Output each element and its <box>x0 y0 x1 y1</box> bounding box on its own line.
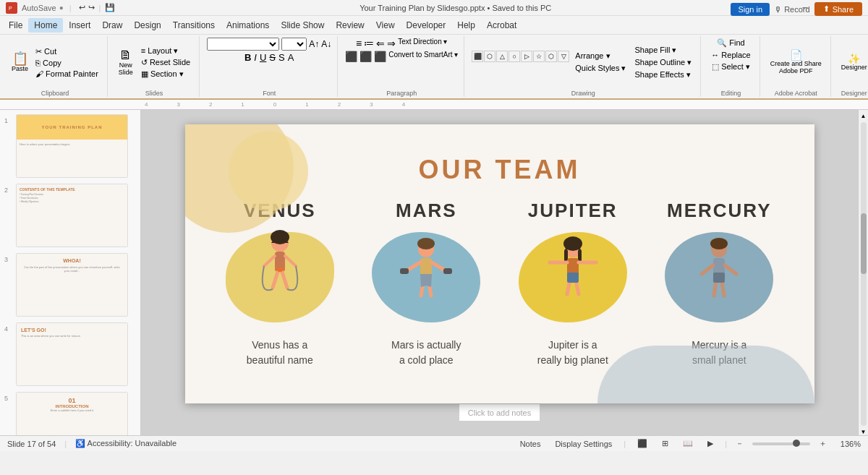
layout-button[interactable]: ≡ Layout ▾ <box>138 46 193 56</box>
select-button[interactable]: ⬚ Select ▾ <box>709 61 753 72</box>
format-painter-button[interactable]: 🖌 Format Painter <box>33 69 101 79</box>
slide-thumb-2[interactable]: 2 CONTENTS OF THIS TEMPLATE • Training P… <box>3 182 137 249</box>
vertical-scrollbar[interactable]: ▲ ▼ <box>858 110 868 435</box>
scroll-up-arrow[interactable]: ▲ <box>861 113 867 119</box>
normal-view-btn[interactable]: ⬛ <box>634 438 650 449</box>
svg-line-5 <box>264 256 275 266</box>
signin-button[interactable]: Sign in <box>731 3 770 16</box>
center-align-button[interactable]: ⬛ <box>359 51 372 62</box>
jupiter-figure <box>544 236 602 323</box>
save-btn[interactable]: 💾 <box>103 1 116 14</box>
arrange-button[interactable]: Arrange ▾ <box>572 51 629 61</box>
font-color-button[interactable]: A <box>288 52 294 63</box>
statusbar: Slide 17 of 54 | ♿ Accessibility: Unavai… <box>0 435 868 451</box>
redo-btn[interactable]: ↪ <box>87 1 96 14</box>
display-settings-btn[interactable]: Display Settings <box>552 439 615 449</box>
menu-insert[interactable]: Insert <box>63 18 96 33</box>
shape-effects-button[interactable]: Shape Effects ▾ <box>632 69 695 80</box>
find-button[interactable]: 🔍 Find <box>714 38 747 48</box>
shape-1[interactable]: ⬛ <box>472 51 483 62</box>
slide-thumb-5[interactable]: 5 01 INTRODUCTION Enter a subtitle here … <box>3 390 137 435</box>
section-button[interactable]: ▦ Section ▾ <box>138 69 193 80</box>
slide-sorter-btn[interactable]: ⊞ <box>659 438 671 449</box>
shape-5[interactable]: ▷ <box>521 51 532 62</box>
svg-rect-15 <box>443 268 452 274</box>
mars-figure <box>397 236 455 323</box>
menu-draw[interactable]: Draw <box>96 18 128 33</box>
paste-button[interactable]: 📋 Paste <box>9 51 31 74</box>
notes-btn[interactable]: Notes <box>517 439 544 449</box>
notes-area[interactable]: Click to add notes <box>459 403 540 421</box>
app-icon: P <box>6 2 17 14</box>
shape-2[interactable]: ⬡ <box>484 51 495 62</box>
slides-group: 🗎 NewSlide ≡ Layout ▾ ↺ Reset Slide ▦ Se… <box>109 36 200 97</box>
align-right-button[interactable]: ⬛ <box>374 51 386 62</box>
shape-outline-button[interactable]: Shape Outline ▾ <box>632 57 695 68</box>
menu-review[interactable]: Review <box>330 18 370 33</box>
svg-point-3 <box>271 230 289 244</box>
mars-avatar <box>397 236 455 326</box>
font-size-select[interactable] <box>281 38 307 51</box>
zoom-slider[interactable] <box>752 442 810 445</box>
cut-button[interactable]: ✂ Cut <box>33 46 101 57</box>
copy-button[interactable]: ⎘ Copy <box>33 58 101 68</box>
font-family-select[interactable] <box>207 38 279 51</box>
shape-7[interactable]: ⬡ <box>545 51 557 62</box>
align-left-button[interactable]: ⬛ <box>345 51 357 62</box>
editing-label: Editing <box>721 88 741 97</box>
increase-indent-button[interactable]: ⇒ <box>387 38 396 49</box>
menu-help[interactable]: Help <box>451 18 481 33</box>
menu-slideshow[interactable]: Slide Show <box>275 18 330 33</box>
create-share-pdf-button[interactable]: 📄 Create and ShareAdobe PDF <box>767 48 825 76</box>
bold-button[interactable]: B <box>244 52 251 63</box>
reading-view-btn[interactable]: 📖 <box>680 438 696 449</box>
font-shrink-button[interactable]: A↓ <box>321 39 331 49</box>
zoom-out-btn[interactable]: － <box>736 438 744 449</box>
zoom-thumb[interactable] <box>793 440 800 447</box>
undo-btn[interactable]: ↩ <box>77 1 87 14</box>
zoom-in-btn[interactable]: ＋ <box>819 438 827 449</box>
slideshow-btn[interactable]: ▶ <box>705 438 716 449</box>
scroll-thumb[interactable] <box>861 213 867 274</box>
autosave-toggle[interactable]: ● <box>59 4 64 12</box>
designer-button[interactable]: ✨ Designer <box>838 52 868 72</box>
replace-button[interactable]: ↔ Replace <box>708 50 753 60</box>
decrease-indent-button[interactable]: ⇐ <box>376 38 385 49</box>
shape-3[interactable]: △ <box>496 51 508 62</box>
convert-smartart-button[interactable]: Convert to SmartArt ▾ <box>388 51 458 62</box>
font-grow-button[interactable]: A↑ <box>309 39 319 49</box>
menu-transitions[interactable]: Transitions <box>167 18 221 33</box>
adobe-acrobat-group: 📄 Create and ShareAdobe PDF Adobe Acroba… <box>762 36 831 97</box>
menu-view[interactable]: View <box>370 18 401 33</box>
menu-developer[interactable]: Developer <box>401 18 452 33</box>
shadow-button[interactable]: S <box>278 52 285 63</box>
menu-acrobat[interactable]: Acrobat <box>481 18 522 33</box>
menu-home[interactable]: Home <box>28 18 63 33</box>
numbered-list-button[interactable]: ≔ <box>364 38 374 49</box>
quick-styles-button[interactable]: Quick Styles ▾ <box>572 63 629 74</box>
svg-line-7 <box>273 272 278 288</box>
shape-4[interactable]: ○ <box>509 51 520 62</box>
strikethrough-button[interactable]: S <box>269 52 276 63</box>
reset-slide-button[interactable]: ↺ Reset Slide <box>138 57 193 68</box>
slide-thumb-3[interactable]: 3 WHOA! Can be the part of the presentat… <box>3 252 137 318</box>
window-title: Your Training Plan by Slidesgo.pptx • Sa… <box>116 4 794 12</box>
shape-6[interactable]: ☆ <box>533 51 545 62</box>
menu-animations[interactable]: Animations <box>221 18 275 33</box>
scroll-down-arrow[interactable]: ▼ <box>861 429 867 435</box>
shape-8[interactable]: ▽ <box>558 51 569 62</box>
designer-label: Designer <box>841 88 867 97</box>
menu-design[interactable]: Design <box>128 18 166 33</box>
italic-button[interactable]: I <box>254 52 257 63</box>
new-slide-button[interactable]: 🗎 NewSlide <box>115 47 137 77</box>
menu-file[interactable]: File <box>3 18 28 33</box>
mars-avatar-wrapper <box>372 232 480 326</box>
shape-fill-button[interactable]: Shape Fill ▾ <box>632 45 695 56</box>
share-button[interactable]: ⬆ Share <box>814 2 862 16</box>
underline-button[interactable]: U <box>260 52 266 63</box>
text-direction-button[interactable]: Text Direction ▾ <box>398 38 447 49</box>
bullet-list-button[interactable]: ≡ <box>356 38 362 49</box>
mercury-figure <box>690 236 748 323</box>
slide-thumb-4[interactable]: 4 LET'S GO! This is an area where you ca… <box>3 321 137 388</box>
slide-thumb-1[interactable]: 1 YOUR TRAINING PLAN Here is where your … <box>3 113 137 179</box>
